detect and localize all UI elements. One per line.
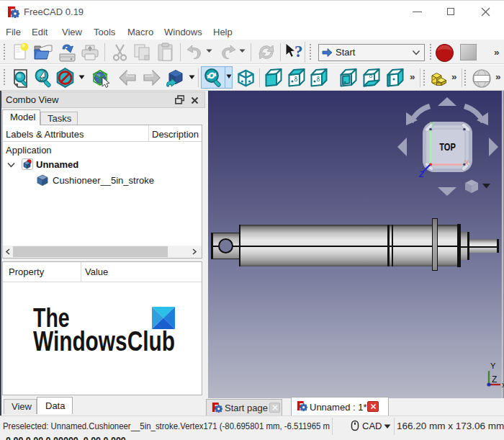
svg-text:Y: Y	[430, 121, 435, 129]
svg-text:TOP: TOP	[439, 141, 456, 153]
svg-text:Y: Y	[490, 362, 496, 370]
svg-text:X: X	[464, 159, 469, 167]
svg-text:?: ?	[294, 42, 303, 60]
svg-text:Z: Z	[492, 374, 497, 385]
svg-text:Z: Z	[418, 170, 425, 179]
